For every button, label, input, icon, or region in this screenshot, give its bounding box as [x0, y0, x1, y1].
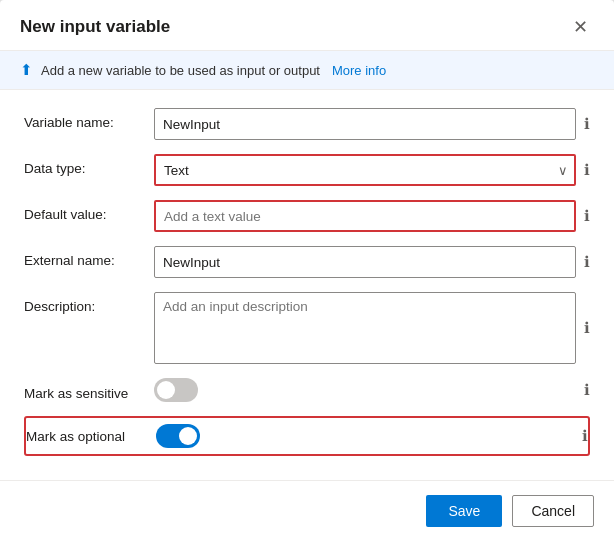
default-value-row: Default value: ℹ	[24, 200, 590, 232]
sensitive-toggle-thumb	[157, 381, 175, 399]
upload-icon: ⬆	[20, 61, 33, 79]
sensitive-toggle-track	[154, 378, 198, 402]
info-banner: ⬆ Add a new variable to be used as input…	[0, 51, 614, 90]
external-name-label: External name:	[24, 246, 154, 268]
mark-sensitive-toggle[interactable]	[154, 378, 198, 402]
mark-optional-label: Mark as optional	[26, 429, 156, 444]
default-value-label: Default value:	[24, 200, 154, 222]
mark-sensitive-label: Mark as sensitive	[24, 379, 154, 401]
variable-name-input[interactable]	[154, 108, 576, 140]
mark-optional-control: ℹ	[156, 424, 588, 448]
variable-name-row: Variable name: ℹ	[24, 108, 590, 140]
external-name-input[interactable]	[154, 246, 576, 278]
description-textarea[interactable]	[154, 292, 576, 364]
dialog-title: New input variable	[20, 17, 170, 37]
default-value-input[interactable]	[154, 200, 576, 232]
data-type-select-wrap: Text Number Boolean List Custom object ∨	[154, 154, 576, 186]
mark-sensitive-row: Mark as sensitive ℹ	[24, 378, 590, 402]
external-name-row: External name: ℹ	[24, 246, 590, 278]
description-control: ℹ	[154, 292, 590, 364]
default-value-control: ℹ	[154, 200, 590, 232]
description-info-icon[interactable]: ℹ	[584, 319, 590, 337]
data-type-row: Data type: Text Number Boolean List Cust…	[24, 154, 590, 186]
optional-toggle-thumb	[179, 427, 197, 445]
external-name-info-icon[interactable]: ℹ	[584, 253, 590, 271]
description-label: Description:	[24, 292, 154, 314]
external-name-control: ℹ	[154, 246, 590, 278]
mark-sensitive-control: ℹ	[154, 378, 590, 402]
variable-name-info-icon[interactable]: ℹ	[584, 115, 590, 133]
mark-optional-info-icon[interactable]: ℹ	[582, 427, 588, 445]
mark-optional-toggle[interactable]	[156, 424, 200, 448]
data-type-select[interactable]: Text Number Boolean List Custom object	[154, 154, 576, 186]
close-button[interactable]: ✕	[567, 16, 594, 38]
variable-name-label: Variable name:	[24, 108, 154, 130]
data-type-label: Data type:	[24, 154, 154, 176]
description-row: Description: ℹ	[24, 292, 590, 364]
info-banner-text: Add a new variable to be used as input o…	[41, 63, 320, 78]
optional-toggle-track	[156, 424, 200, 448]
mark-optional-row: Mark as optional ℹ	[24, 416, 590, 456]
mark-sensitive-info-icon[interactable]: ℹ	[584, 381, 590, 399]
dialog-header: New input variable ✕	[0, 0, 614, 51]
cancel-button[interactable]: Cancel	[512, 495, 594, 527]
data-type-info-icon[interactable]: ℹ	[584, 161, 590, 179]
default-value-info-icon[interactable]: ℹ	[584, 207, 590, 225]
new-input-variable-dialog: New input variable ✕ ⬆ Add a new variabl…	[0, 0, 614, 537]
save-button[interactable]: Save	[426, 495, 502, 527]
dialog-footer: Save Cancel	[0, 480, 614, 537]
more-info-link[interactable]: More info	[332, 63, 386, 78]
dialog-body: Variable name: ℹ Data type: Text Number …	[0, 90, 614, 480]
data-type-control: Text Number Boolean List Custom object ∨…	[154, 154, 590, 186]
variable-name-control: ℹ	[154, 108, 590, 140]
